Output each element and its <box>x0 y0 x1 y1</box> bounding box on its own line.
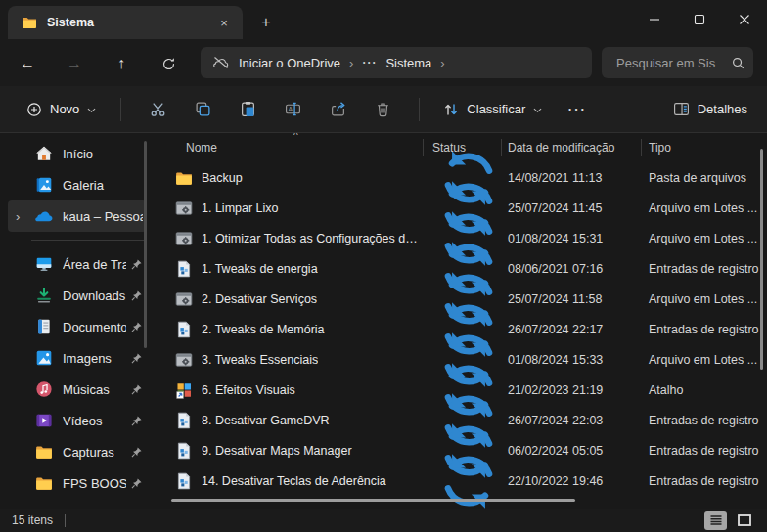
maximize-button[interactable] <box>677 0 722 39</box>
breadcrumb-root[interactable]: Iniciar o OneDrive <box>239 56 340 70</box>
share-icon <box>330 101 346 117</box>
pin-icon <box>130 446 143 459</box>
sidebar-divider <box>31 240 145 241</box>
file-type: Entradas de registro <box>641 444 767 458</box>
file-name-cell: 2. Tweaks de Memória <box>166 321 423 338</box>
tab-close-icon[interactable]: × <box>213 12 235 33</box>
sidebar-item-label: Downloads <box>63 288 126 303</box>
onedrive-offline-icon <box>212 56 230 69</box>
statusbar-divider <box>65 514 66 527</box>
sidebar-item-kaua-pessoal[interactable]: ›kaua – Pessoal <box>8 200 147 232</box>
sort-button[interactable]: Classificar <box>433 95 552 124</box>
registry-icon <box>175 472 193 490</box>
expand-chevron-icon[interactable]: › <box>16 209 20 224</box>
address-bar[interactable]: Iniciar o OneDrive › ··· Sistema › <box>201 47 592 78</box>
back-button[interactable]: ← <box>15 51 40 76</box>
search-input[interactable] <box>614 55 727 71</box>
sidebar-item-downloads[interactable]: Downloads <box>8 280 147 311</box>
pin-icon <box>130 383 143 396</box>
new-tab-button[interactable]: + <box>254 11 278 34</box>
sidebar-item-label: Capturas <box>63 445 126 460</box>
search-icon[interactable] <box>731 56 745 70</box>
breadcrumb-current[interactable]: Sistema <box>385 56 431 70</box>
sidebar-item-capturas[interactable]: Capturas <box>8 436 147 467</box>
horizontal-scrollbar[interactable] <box>171 499 575 502</box>
music-icon <box>35 380 53 398</box>
sidebar-item-galeria[interactable]: Galeria <box>8 169 147 200</box>
forward-button[interactable]: → <box>62 51 87 76</box>
titlebar: Sistema × + <box>0 0 767 39</box>
modified-date: 06/02/2024 05:05 <box>501 444 641 458</box>
file-type: Entradas de registro <box>641 323 767 336</box>
up-button[interactable]: ↑ <box>109 51 134 76</box>
statusbar: 15 itens <box>0 509 767 532</box>
copy-button[interactable] <box>180 93 225 126</box>
minimize-button[interactable] <box>632 0 677 39</box>
sidebar-item-imagens[interactable]: Imagens <box>8 342 147 374</box>
gallery-icon <box>35 176 53 194</box>
svg-text:A: A <box>288 106 293 112</box>
pin-icon <box>130 352 143 365</box>
more-options-button[interactable]: ··· <box>560 93 595 126</box>
new-button[interactable]: Novo <box>16 95 107 124</box>
file-name: 2. Tweaks de Memória <box>202 323 325 336</box>
details-button[interactable]: Detalhes <box>663 94 757 124</box>
file-type: Atalho <box>641 383 767 397</box>
rename-button[interactable]: A <box>270 93 315 126</box>
file-name: 8. Desativar GameDVR <box>202 414 330 427</box>
chevron-right-icon[interactable]: › <box>440 56 444 70</box>
pin-icon <box>130 258 143 271</box>
tab-sistema[interactable]: Sistema × <box>8 6 243 39</box>
file-name-cell: 14. Desativar Teclas de Aderência <box>166 472 423 490</box>
view-details-button[interactable] <box>704 511 727 530</box>
file-name: 3. Tweaks Essenciais <box>202 353 318 367</box>
rename-icon: A <box>285 101 301 117</box>
registry-icon <box>175 321 193 338</box>
sidebar-item-videos[interactable]: Vídeos <box>8 405 147 436</box>
column-header-nome[interactable]: Nome <box>166 141 423 155</box>
modified-date: 08/06/2021 07:16 <box>501 262 641 276</box>
column-separator[interactable] <box>501 139 502 156</box>
chevron-right-icon[interactable]: › <box>349 56 353 70</box>
chevron-down-icon <box>87 108 96 113</box>
file-name: 9. Desativar Maps Manager <box>202 444 352 458</box>
sidebar-item-documentos[interactable]: Documentos <box>8 311 147 342</box>
file-type: Pasta de arquivos <box>641 171 767 185</box>
close-button[interactable] <box>722 0 767 39</box>
refresh-button[interactable] <box>156 51 181 76</box>
column-header-data-de-modificacao[interactable]: Data de modificação <box>501 141 641 155</box>
sidebar-scrollbar[interactable] <box>144 141 147 348</box>
column-header-status[interactable]: Status <box>423 141 501 155</box>
share-button[interactable] <box>315 93 360 126</box>
sidebar-item-fps-boost[interactable]: FPS BOOST <box>8 467 147 499</box>
table-row[interactable]: 14. Desativar Teclas de Aderência22/10/2… <box>166 466 767 496</box>
modified-date: 26/07/2024 22:17 <box>501 323 641 336</box>
sidebar-item-label: Imagens <box>63 351 126 366</box>
column-header-tipo[interactable]: Tipo <box>641 141 767 155</box>
sidebar-item-inicio[interactable]: Início <box>8 138 147 169</box>
pin-icon <box>130 415 143 427</box>
sidebar-item-label: Vídeos <box>63 414 126 428</box>
modified-date: 22/10/2022 19:46 <box>501 474 641 488</box>
paste-button[interactable] <box>225 93 270 126</box>
home-icon <box>35 145 53 162</box>
scissors-icon <box>150 101 166 117</box>
details-pane-icon <box>673 101 690 117</box>
breadcrumb-overflow-button[interactable]: ··· <box>362 56 377 69</box>
toolbar-divider <box>419 98 420 121</box>
sidebar-item-label: FPS BOOST <box>63 476 126 491</box>
sidebar-item-area-de-trabalho[interactable]: Área de Trabalho <box>8 248 147 280</box>
file-name-cell: 1. Otimizar Todas as Configurações do W.… <box>166 230 423 247</box>
column-separator[interactable] <box>641 139 642 156</box>
paste-icon <box>240 101 256 117</box>
search-box[interactable] <box>602 47 753 78</box>
pictures-icon <box>35 349 53 367</box>
sidebar-item-musicas[interactable]: Músicas <box>8 374 147 405</box>
delete-button[interactable] <box>360 93 405 126</box>
sidebar-item-label: Início <box>63 147 143 161</box>
view-large-icons-button[interactable] <box>733 511 755 530</box>
column-separator[interactable] <box>423 139 424 156</box>
vertical-scrollbar[interactable] <box>760 149 763 370</box>
cut-button[interactable] <box>135 93 180 126</box>
file-name: 6. Efeitos Visuais <box>202 383 295 397</box>
